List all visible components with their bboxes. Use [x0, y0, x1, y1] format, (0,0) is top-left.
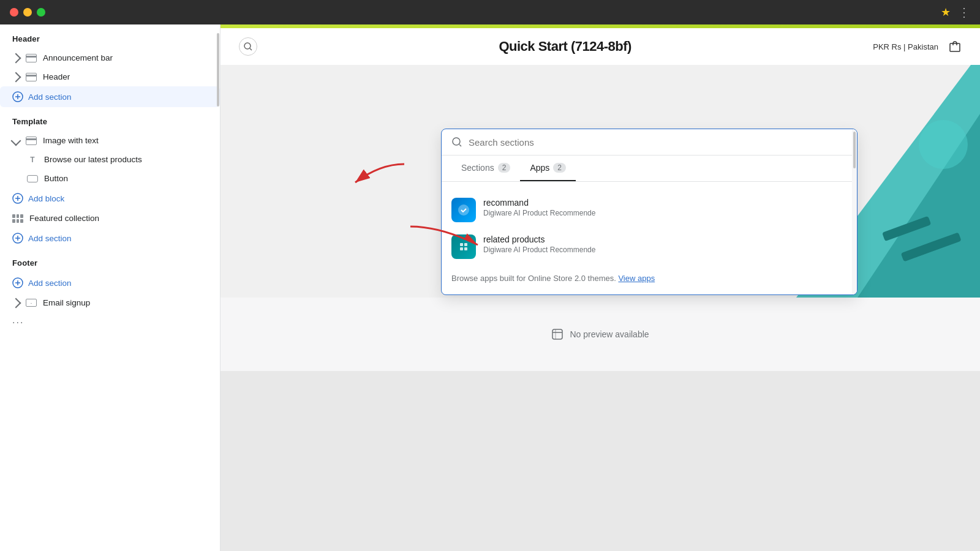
preview-nav-title: Quick Start (7124-8bf) — [499, 39, 631, 54]
more-menu-icon[interactable]: ⋮ — [958, 5, 970, 20]
add-block-label: Add block — [28, 194, 64, 203]
add-section-template-button[interactable]: Add section — [0, 228, 220, 249]
maximize-button[interactable] — [37, 8, 45, 17]
svg-rect-27 — [464, 243, 467, 246]
sidebar-item-label: Button — [44, 174, 68, 183]
preview-nav-right: PKR Rs | Pakistan — [873, 40, 962, 53]
section-group-template-label: Template — [0, 107, 220, 131]
tab-sections-label: Sections — [461, 163, 494, 173]
tabs-row: Sections 2 Apps 2 — [442, 156, 857, 182]
search-panel: Sections 2 Apps 2 recommand Digi — [441, 129, 858, 295]
app-icon-recommand — [451, 198, 476, 222]
section-group-footer-label: Footer — [0, 249, 220, 272]
search-input-row — [442, 129, 857, 156]
app-container: Header Announcement bar Header — [0, 24, 980, 551]
view-apps-link[interactable]: View apps — [618, 274, 655, 283]
sidebar-item-label: Browse our latest products — [44, 155, 142, 164]
tab-sections[interactable]: Sections 2 — [451, 156, 520, 181]
add-section-header-label: Add section — [28, 92, 72, 102]
browse-apps-text: Browse apps built for Online Store 2.0 t… — [451, 272, 847, 285]
app-title-recommand: recommand — [483, 198, 595, 208]
app-sub-recommand: Digiware AI Product Recommende — [483, 209, 595, 217]
sidebar-item-email-signup[interactable]: Email signup — [0, 293, 220, 312]
svg-point-23 — [453, 138, 460, 145]
sidebar-item-button[interactable]: Button — [0, 169, 220, 188]
search-icon — [451, 137, 462, 148]
no-preview-text: No preview available — [570, 329, 649, 339]
svg-rect-29 — [464, 247, 467, 250]
preview-currency: PKR Rs | Pakistan — [873, 42, 938, 51]
plus-circle-icon — [12, 277, 23, 288]
sidebar-item-browse-latest[interactable]: T Browse our latest products — [0, 150, 220, 169]
section-group-footer: Footer Add section Email signup ··· — [0, 249, 220, 333]
envelope-icon — [26, 299, 37, 307]
tab-apps-label: Apps — [530, 163, 549, 173]
section-group-header-label: Header — [0, 24, 220, 48]
sidebar-item-label: Email signup — [43, 298, 90, 307]
plus-circle-icon — [12, 233, 23, 244]
chevron-right-icon — [11, 53, 21, 63]
layout-icon — [26, 137, 37, 145]
app-info-recommand: recommand Digiware AI Product Recommende — [483, 198, 595, 217]
grid-icon — [12, 214, 23, 223]
sidebar-item-announcement-bar[interactable]: Announcement bar — [0, 48, 220, 67]
sidebar-item-header[interactable]: Header — [0, 67, 220, 86]
svg-line-13 — [250, 48, 252, 50]
sidebar-item-label: Featured collection — [29, 214, 99, 223]
browse-apps-description: Browse apps built for Online Store 2.0 t… — [451, 274, 616, 283]
sidebar-item-label: Image with text — [43, 136, 99, 145]
traffic-lights — [10, 8, 45, 17]
layout-icon — [26, 73, 37, 81]
sidebar-item-featured-collection[interactable]: Featured collection — [0, 209, 220, 228]
add-block-button[interactable]: Add block — [0, 188, 220, 209]
search-sections-input[interactable] — [469, 137, 847, 148]
text-icon: T — [27, 156, 38, 164]
more-items-indicator: ··· — [0, 312, 220, 333]
add-section-footer-label: Add section — [28, 279, 72, 288]
preview-search-icon — [239, 37, 257, 56]
sidebar-item-label: Announcement bar — [43, 53, 113, 62]
minimize-button[interactable] — [23, 8, 32, 17]
add-section-footer-button[interactable]: Add section — [0, 272, 220, 293]
svg-rect-28 — [460, 247, 463, 250]
app-icon-related-products — [451, 234, 476, 259]
sidebar-scrollbar[interactable] — [216, 24, 220, 551]
sidebar-item-label: Header — [43, 72, 70, 81]
window-chrome: ★ ⋮ — [0, 0, 980, 24]
no-preview-area: No preview available — [221, 298, 980, 371]
main-content: Quick Start (7124-8bf) PKR Rs | Pakistan — [221, 24, 980, 551]
svg-point-19 — [919, 120, 968, 169]
panel-scrollbar[interactable] — [852, 129, 857, 294]
svg-point-12 — [244, 43, 251, 49]
cart-icon — [948, 40, 962, 53]
star-icon[interactable]: ★ — [941, 6, 951, 19]
preview-nav: Quick Start (7124-8bf) PKR Rs | Pakistan — [221, 28, 980, 65]
app-item-recommand[interactable]: recommand Digiware AI Product Recommende — [451, 192, 847, 228]
section-group-template: Template Image with text T Browse our la… — [0, 107, 220, 249]
chevron-down-icon — [11, 135, 21, 146]
svg-rect-14 — [950, 43, 960, 51]
svg-line-24 — [459, 144, 461, 146]
close-button[interactable] — [10, 8, 18, 17]
plus-circle-icon — [12, 91, 23, 102]
chevron-right-icon — [11, 298, 21, 308]
svg-rect-20 — [552, 329, 562, 339]
section-group-header: Header Announcement bar Header — [0, 24, 220, 107]
tab-sections-badge: 2 — [498, 163, 511, 173]
app-info-related-products: related products Digiware AI Product Rec… — [483, 234, 595, 254]
layout-icon — [26, 54, 37, 62]
sidebar-item-image-with-text[interactable]: Image with text — [0, 131, 220, 150]
app-item-related-products[interactable]: related products Digiware AI Product Rec… — [451, 228, 847, 265]
panel-content: recommand Digiware AI Product Recommende… — [442, 182, 857, 294]
no-preview-icon — [551, 328, 564, 340]
tab-apps[interactable]: Apps 2 — [520, 156, 576, 181]
app-title-related-products: related products — [483, 234, 595, 244]
sidebar-scroll: Header Announcement bar Header — [0, 24, 220, 551]
svg-rect-26 — [460, 243, 463, 246]
add-section-header-button[interactable]: Add section — [0, 86, 220, 107]
button-icon — [27, 175, 38, 182]
chevron-right-icon — [11, 72, 21, 82]
sidebar: Header Announcement bar Header — [0, 24, 221, 551]
plus-circle-icon — [12, 193, 23, 204]
add-section-template-label: Add section — [28, 234, 72, 243]
